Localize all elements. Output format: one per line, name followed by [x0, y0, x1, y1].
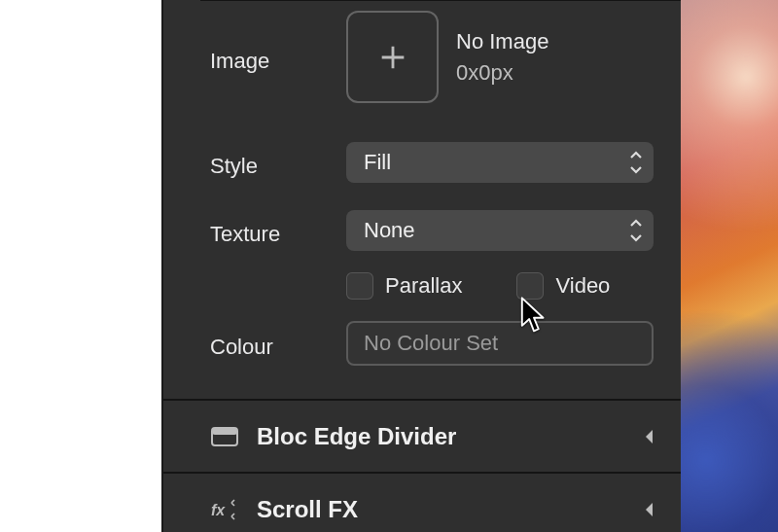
inspector-panel: Image No Image 0x0px Style Fill	[161, 0, 681, 532]
card-icon	[210, 425, 239, 448]
image-title: No Image	[456, 29, 548, 54]
stepper-icon	[628, 218, 644, 243]
parallax-checkbox[interactable]: Parallax	[346, 272, 462, 300]
colour-placeholder: No Colour Set	[364, 331, 498, 356]
fx-icon: fx	[210, 498, 239, 521]
texture-value: None	[364, 218, 415, 243]
checkbox-box-icon	[346, 272, 373, 300]
stepper-icon	[628, 150, 644, 175]
image-dimensions: 0x0px	[456, 60, 548, 86]
svg-text:fx: fx	[211, 502, 226, 518]
colour-label: Colour	[210, 327, 346, 360]
desktop-wallpaper	[681, 0, 778, 532]
video-checkbox[interactable]: Video	[516, 272, 610, 300]
collapse-left-icon	[642, 428, 655, 445]
canvas-area	[0, 0, 161, 532]
image-label: Image	[210, 41, 346, 74]
style-select[interactable]: Fill	[346, 142, 654, 183]
parallax-label: Parallax	[385, 273, 462, 299]
texture-label: Texture	[210, 214, 346, 247]
section-bloc-edge-divider[interactable]: Bloc Edge Divider	[163, 399, 681, 472]
colour-input[interactable]: No Colour Set	[346, 321, 654, 366]
section-title: Bloc Edge Divider	[257, 423, 456, 450]
video-label: Video	[555, 273, 610, 299]
svg-rect-1	[212, 428, 237, 435]
plus-icon	[376, 41, 409, 74]
section-title: Scroll FX	[257, 496, 358, 523]
divider	[200, 0, 682, 1]
style-value: Fill	[364, 150, 391, 175]
style-label: Style	[210, 146, 346, 179]
add-image-button[interactable]	[346, 11, 439, 103]
section-scroll-fx[interactable]: fx Scroll FX	[163, 472, 681, 532]
texture-select[interactable]: None	[346, 210, 654, 251]
collapse-left-icon	[642, 501, 655, 518]
checkbox-box-icon	[516, 272, 544, 300]
